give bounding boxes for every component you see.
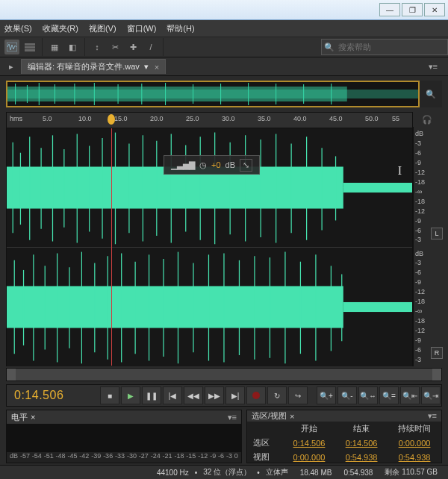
selection-close-icon[interactable]: × — [290, 412, 294, 421]
levels-panel: 电平 × ▾≡ dB-57-54-51-48-45-42-39-36-33-30… — [6, 410, 242, 463]
menu-effects[interactable]: 效果(S) — [4, 23, 32, 34]
text-cursor-icon: I — [398, 164, 402, 178]
playhead-line — [111, 128, 112, 366]
menu-favorites[interactable]: 收藏夹(R) — [43, 23, 78, 34]
status-sample: 44100 Hz — [157, 469, 189, 477]
svg-rect-1 — [25, 43, 35, 46]
zoom-in-button[interactable]: 🔍+ — [317, 386, 336, 404]
overview-waveform[interactable] — [6, 81, 420, 107]
record-button[interactable] — [246, 386, 266, 404]
sel-end[interactable]: 0:14.506 — [335, 436, 388, 450]
table-row: 视图 0:00.000 0:54.938 0:54.938 — [247, 450, 441, 464]
tab-close-icon[interactable]: × — [155, 63, 159, 72]
search-input[interactable] — [337, 42, 444, 52]
timecode-display[interactable]: 0:14.506 — [7, 389, 71, 402]
hud-bars-icon: ▁▃▅▇ — [171, 160, 195, 170]
menu-bar: 效果(S) 收藏夹(R) 视图(V) 窗口(W) 帮助(H) — [0, 20, 448, 37]
sel-dur[interactable]: 0:00.000 — [388, 436, 441, 450]
window-titlebar: — ❐ ✕ — [0, 0, 448, 20]
menu-help[interactable]: 帮助(H) — [167, 23, 194, 34]
waveform-right — [7, 248, 412, 366]
status-size: 18.48 MB — [300, 469, 332, 477]
zoom-in-left-button[interactable]: 🔍⇤ — [400, 386, 420, 404]
tab-prefix: 编辑器: — [28, 61, 55, 72]
selection-title: 选区/视图 — [252, 410, 287, 422]
spectral-toggle-icon[interactable]: ▦ — [47, 40, 62, 54]
loop-button[interactable]: ↻ — [267, 386, 287, 404]
pause-button[interactable]: ❚❚ — [142, 386, 161, 404]
zoom-in-right-button[interactable]: 🔍⇥ — [421, 386, 441, 404]
svg-rect-25 — [343, 183, 412, 192]
zoom-sel-button[interactable]: 🔍= — [379, 386, 399, 404]
db-scale: dB-3-6-9-12-18-∞-18-12-9-6-3 L dB-3-6-9-… — [413, 127, 442, 366]
move-tool-icon[interactable]: ↕ — [90, 40, 105, 54]
time-ruler[interactable]: hms 5.0 10.0 15.0 20.0 25.0 30.0 35.0 40… — [7, 113, 412, 128]
selection-menu-icon[interactable]: ▾≡ — [428, 411, 437, 421]
heal-tool-icon[interactable]: ✚ — [125, 40, 140, 54]
transport-bar: 0:14.506 ■ ▶ ❚❚ |◀ ◀◀ ▶▶ ▶| ↻ ↪ 🔍+ 🔍- 🔍↔… — [6, 384, 442, 407]
cut-tool-icon[interactable]: ✂ — [108, 40, 122, 54]
svg-rect-6 — [7, 87, 347, 101]
hud-db-value: +0 — [211, 160, 221, 169]
hud-box[interactable]: ▁▃▅▇ ◷ +0 dB ⤡ — [164, 155, 260, 175]
playhead-marker[interactable] — [108, 114, 115, 125]
svg-rect-2 — [25, 46, 35, 48]
waveform-editor[interactable]: hms 5.0 10.0 15.0 20.0 25.0 30.0 35.0 40… — [6, 112, 413, 366]
view-end[interactable]: 0:54.938 — [335, 450, 388, 464]
maximize-button[interactable]: ❐ — [402, 3, 423, 16]
levels-scale: dB-57-54-51-48-45-42-39-36-33-30-27-24-2… — [7, 452, 241, 463]
sel-start[interactable]: 0:14.506 — [283, 436, 335, 450]
toolbar: ▦ ◧ ↕ ✂ ✚ / 🔍 — [0, 37, 448, 57]
forward-button[interactable]: ▶▶ — [205, 386, 224, 404]
view-dur[interactable]: 0:54.938 — [388, 450, 441, 464]
zoom-out-button[interactable]: 🔍- — [337, 386, 357, 404]
tab-dropdown-icon[interactable]: ▾ — [144, 62, 149, 72]
rewind-button[interactable]: ◀◀ — [184, 386, 203, 404]
levels-menu-icon[interactable]: ▾≡ — [228, 413, 237, 422]
headphones-icon[interactable]: 🎧 — [413, 112, 441, 127]
hud-clock-icon: ◷ — [199, 160, 207, 170]
file-tab[interactable]: 编辑器: 有噪音的录音文件.wav ▾ × — [21, 59, 166, 74]
hud-pin-icon[interactable]: ⤡ — [240, 159, 252, 172]
horizontal-scrollbar[interactable] — [6, 368, 442, 381]
overview-strip: 🔍 — [6, 81, 442, 107]
table-row: 选区 0:14.506 0:14.506 0:00.000 — [247, 436, 441, 450]
preview-toggle-icon[interactable]: ◧ — [65, 40, 80, 54]
waveform-view-icon[interactable] — [4, 40, 19, 54]
play-button[interactable]: ▶ — [121, 386, 140, 404]
ruler-unit: hms — [10, 115, 22, 122]
svg-rect-54 — [343, 302, 412, 312]
waveform-left — [7, 128, 412, 247]
panel-menu-icon[interactable]: ▸ — [6, 61, 16, 72]
menu-window[interactable]: 窗口(W) — [127, 23, 157, 34]
selection-table: 开始 结束 持续时间 选区 0:14.506 0:14.506 0:00.000… — [247, 422, 441, 464]
multitrack-view-icon[interactable] — [22, 40, 37, 54]
left-channel-badge[interactable]: L — [431, 228, 443, 240]
status-bits: 32 位（浮点） — [203, 467, 251, 478]
right-channel-badge[interactable]: R — [431, 347, 443, 359]
search-help[interactable]: 🔍 — [321, 39, 448, 55]
to-end-button[interactable]: ▶| — [225, 386, 245, 404]
menu-view[interactable]: 视图(V) — [89, 23, 116, 34]
hud-db-unit: dB — [225, 160, 235, 169]
levels-close-icon[interactable]: × — [31, 413, 35, 422]
minimize-button[interactable]: — — [379, 3, 400, 16]
skip-button[interactable]: ↪ — [288, 386, 308, 404]
overview-zoom-icon[interactable]: 🔍 — [420, 81, 442, 107]
tab-filename: 有噪音的录音文件.wav — [57, 61, 140, 72]
levels-title: 电平 — [11, 412, 28, 423]
svg-rect-3 — [25, 49, 35, 51]
brush-tool-icon[interactable]: / — [143, 40, 158, 54]
zoom-full-button[interactable]: 🔍↔ — [358, 386, 378, 404]
view-start[interactable]: 0:00.000 — [283, 450, 335, 464]
editor-tabbar: ▸ 编辑器: 有噪音的录音文件.wav ▾ × ▾≡ — [0, 57, 448, 76]
search-icon: 🔍 — [322, 43, 337, 52]
levels-meter[interactable] — [7, 424, 241, 452]
waveform-channels[interactable]: ◩ ◪ ▁▃▅▇ ◷ +0 dB ⤡ I — [7, 128, 412, 366]
close-button[interactable]: ✕ — [424, 3, 445, 16]
to-start-button[interactable]: |◀ — [163, 386, 182, 404]
stop-button[interactable]: ■ — [100, 386, 119, 404]
tab-overflow-icon[interactable]: ▾≡ — [424, 62, 442, 72]
status-bar: 44100 Hz• 32 位（浮点）• 立体声 18.48 MB 0:54.93… — [0, 465, 448, 479]
status-chan: 立体声 — [266, 467, 288, 478]
